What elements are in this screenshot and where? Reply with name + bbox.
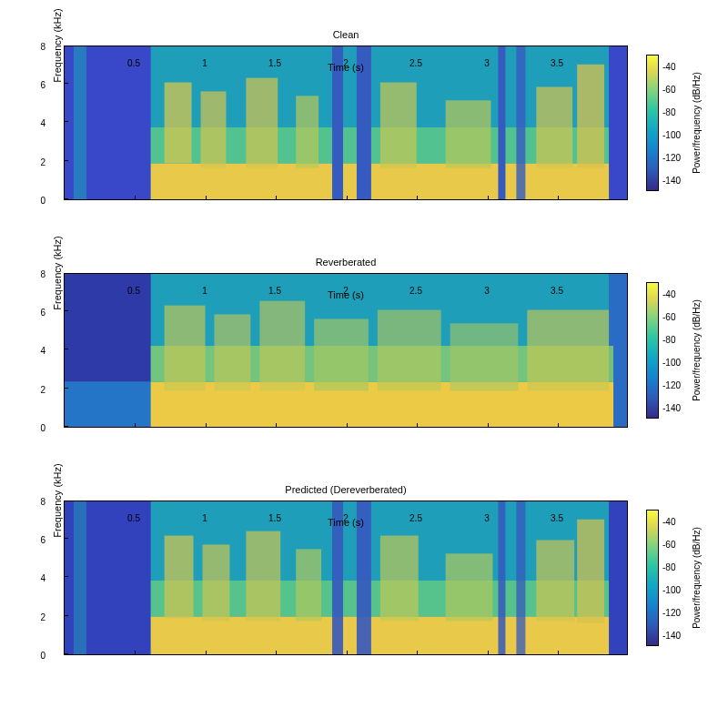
svg-rect-27 <box>314 318 369 390</box>
svg-rect-37 <box>165 536 194 619</box>
colorbar <box>646 282 659 419</box>
colorbar <box>646 55 659 191</box>
svg-rect-43 <box>380 536 419 622</box>
svg-rect-13 <box>446 100 491 167</box>
svg-rect-12 <box>380 83 417 168</box>
svg-rect-9 <box>296 96 318 167</box>
colorbar <box>646 510 659 646</box>
svg-rect-30 <box>527 310 609 391</box>
colorbar-label: Power/frequency (dB/Hz) <box>692 527 702 629</box>
svg-rect-28 <box>378 310 441 391</box>
colorbar-label: Power/frequency (dB/Hz) <box>692 299 702 401</box>
svg-rect-6 <box>165 83 192 164</box>
chart-title: Clean <box>64 29 628 40</box>
x-axis-label: Time (s) <box>64 289 628 300</box>
svg-rect-20 <box>65 382 151 427</box>
svg-rect-44 <box>446 553 493 621</box>
svg-rect-24 <box>165 306 206 391</box>
x-axis-label: Time (s) <box>64 62 628 73</box>
svg-rect-26 <box>259 301 305 391</box>
svg-rect-47 <box>536 540 574 621</box>
svg-rect-40 <box>296 549 321 621</box>
x-axis-label: Time (s) <box>64 517 628 528</box>
y-axis-label: Frequency (kHz) <box>52 236 63 309</box>
svg-rect-38 <box>203 544 230 621</box>
y-axis-label: Frequency (kHz) <box>52 463 63 537</box>
svg-rect-16 <box>536 86 572 167</box>
svg-rect-17 <box>577 65 604 168</box>
svg-rect-29 <box>450 323 519 390</box>
svg-rect-8 <box>246 78 278 168</box>
chart-title: Predicted (Dereverberated) <box>64 484 628 495</box>
colorbar-label: Power/frequency (dB/Hz) <box>692 72 702 174</box>
svg-rect-48 <box>577 520 604 623</box>
svg-rect-25 <box>214 314 250 390</box>
chart-title: Reverberated <box>64 257 628 268</box>
svg-rect-7 <box>201 91 227 167</box>
svg-rect-4 <box>151 163 609 199</box>
svg-rect-35 <box>151 616 609 654</box>
y-axis-label: Frequency (kHz) <box>52 8 63 82</box>
svg-rect-39 <box>246 531 280 622</box>
